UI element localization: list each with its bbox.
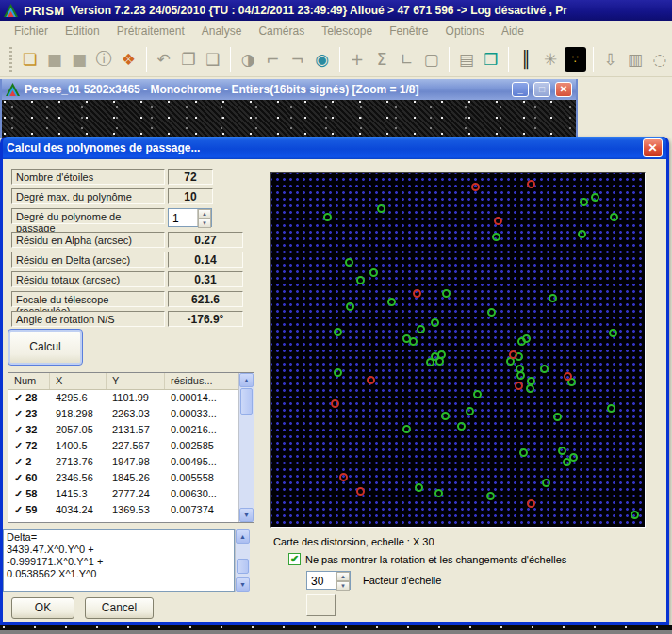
spin-down-icon[interactable]: ▼: [198, 219, 211, 228]
column-header-rsidus[interactable]: résidus...: [165, 373, 238, 389]
blank-button-1-icon[interactable]: ■: [44, 47, 65, 72]
image-stack-icon[interactable]: ❒: [481, 47, 501, 72]
delta-scrollbar[interactable]: ▲ ▼: [235, 529, 250, 592]
magnifier-partial-icon[interactable]: ◌: [649, 47, 670, 72]
flag-left-icon[interactable]: ⌐: [262, 47, 283, 72]
star-marker-green: [553, 413, 562, 421]
paste-icon[interactable]: ❑: [203, 47, 223, 72]
spin-up-icon[interactable]: ▲: [336, 572, 350, 581]
image-pixels[interactable]: [2, 100, 576, 138]
field-label: Angle de rotation N/S: [11, 311, 165, 327]
table-scroll-track[interactable]: [239, 387, 254, 508]
check-icon: ✓: [14, 392, 23, 403]
scale-factor-value[interactable]: 30: [307, 572, 336, 589]
delta-scroll-down-icon[interactable]: ▼: [236, 577, 250, 592]
dialog-titlebar[interactable]: Calcul des polynomes de passage... ✕: [3, 137, 666, 159]
table-row[interactable]: ✓602346.561845.260.005558: [8, 470, 238, 486]
star-marker-red: [527, 180, 535, 188]
minimize-button[interactable]: _: [512, 82, 529, 97]
star-marker-green: [417, 325, 425, 333]
menu-item-caméras[interactable]: Caméras: [250, 23, 313, 40]
spin-down-icon[interactable]: ▼: [336, 581, 350, 591]
degree-spinner[interactable]: 1▲▼: [168, 208, 212, 227]
menu-item-aide[interactable]: Aide: [493, 23, 533, 40]
info-icon[interactable]: ⓘ: [93, 47, 114, 72]
star-marker-green: [609, 329, 617, 337]
star-map-icon[interactable]: ∵: [565, 47, 585, 72]
table-scrollbar[interactable]: ▲ ▼: [238, 373, 254, 522]
table-row[interactable]: ✓322057.052131.570.00216...: [8, 422, 238, 438]
delta-line: -0.999171.X^0.Y^1 +: [7, 556, 231, 568]
flag-right-icon[interactable]: ¬: [287, 47, 307, 72]
scroll-down-icon[interactable]: ▼: [239, 508, 254, 522]
ok-button[interactable]: OK: [11, 597, 74, 619]
menu-item-prétraitement[interactable]: Prétraitement: [108, 23, 193, 40]
star-table: NumXYrésidus... ✓284295.61101.990.00014.…: [8, 372, 254, 523]
dialog-close-button[interactable]: ✕: [643, 138, 663, 157]
image-window-titlebar[interactable]: Persee_01 5202x3465 - Monochrome - Entie…: [2, 79, 576, 100]
sigma-icon[interactable]: Σ: [371, 47, 392, 72]
save-export-icon[interactable]: ⇩: [600, 47, 621, 72]
star-marker-green: [563, 458, 571, 466]
delta-scroll-track[interactable]: [236, 544, 250, 577]
app-window-icon[interactable]: ❖: [118, 47, 139, 72]
blank-button[interactable]: [306, 594, 336, 616]
spin-up-icon[interactable]: ▲: [198, 209, 211, 219]
cancel-button[interactable]: Cancel: [85, 597, 154, 619]
column-header-X[interactable]: X: [50, 373, 107, 389]
distortion-map[interactable]: [270, 172, 646, 528]
columns-icon[interactable]: ▥: [625, 47, 646, 72]
menu-item-fichier[interactable]: Fichier: [6, 23, 57, 40]
scale-factor-spinner[interactable]: 30 ▲ ▼: [306, 571, 351, 590]
histogram-icon[interactable]: ║: [516, 47, 536, 72]
crosshair-icon[interactable]: +: [347, 47, 368, 72]
copy-icon[interactable]: ❐: [178, 47, 199, 72]
menu-item-analyse[interactable]: Analyse: [193, 23, 251, 40]
delta-scroll-thumb[interactable]: [237, 559, 249, 574]
table-row[interactable]: ✓581415.32777.240.00630...: [8, 486, 238, 502]
degree-value[interactable]: 1: [169, 209, 197, 226]
table-row[interactable]: ✓23918.2982263.030.00033...: [8, 406, 238, 422]
table-row[interactable]: ✓721400.5227.5670.002585: [8, 438, 238, 454]
dialog-window: Calcul des polynomes de passage... ✕ Nom…: [0, 137, 669, 625]
blank-button-2-icon[interactable]: ■: [69, 47, 90, 72]
prism-logo-icon: [4, 4, 18, 17]
zoom-search-icon[interactable]: ◉: [312, 47, 333, 72]
scroll-up-icon[interactable]: ▲: [239, 373, 254, 387]
star-marker-red: [471, 183, 480, 191]
star-table-body[interactable]: NumXYrésidus... ✓284295.61101.990.00014.…: [8, 373, 238, 522]
curve-fit-icon[interactable]: ∟: [396, 47, 417, 72]
clipboard-icon[interactable]: ▤: [456, 47, 477, 72]
table-row[interactable]: ✓594034.241369.530.007374: [8, 502, 238, 518]
hide-rotation-checkbox[interactable]: ✔: [288, 553, 301, 565]
star-marker-green: [334, 328, 342, 336]
star-marker-red: [515, 382, 523, 390]
undo-icon[interactable]: ↶: [154, 47, 174, 72]
column-header-Num[interactable]: Num: [8, 373, 50, 389]
table-row[interactable]: ✓284295.61101.990.00014...: [8, 390, 238, 406]
menu-item-telescope[interactable]: Telescope: [313, 23, 381, 40]
star-marker-red: [527, 499, 535, 508]
field-label: Degré du polynome de passage: [11, 208, 165, 224]
check-icon: ✓: [14, 456, 23, 467]
contrast-icon[interactable]: ◑: [238, 47, 258, 72]
delta-textarea[interactable]: Delta=3439.47.X^0.Y^0 +-0.999171.X^0.Y^1…: [3, 529, 235, 592]
calcul-button[interactable]: Calcul: [8, 329, 83, 366]
maximize-button[interactable]: □: [533, 82, 550, 97]
star-table-header[interactable]: NumXYrésidus...: [8, 373, 238, 390]
delta-scroll-up-icon[interactable]: ▲: [236, 529, 250, 544]
table-row[interactable]: ✓22713.761947.980.00495...: [8, 454, 238, 470]
select-rect-icon[interactable]: ▢: [420, 47, 441, 72]
open-file-icon[interactable]: ❏: [20, 47, 41, 72]
menu-item-edition[interactable]: Edition: [57, 23, 108, 40]
table-scroll-thumb[interactable]: [240, 388, 253, 415]
star-marker-green: [345, 258, 353, 267]
star-marker-green: [431, 318, 439, 327]
menu-item-fenêtre[interactable]: Fenêtre: [381, 23, 436, 40]
column-header-Y[interactable]: Y: [107, 373, 165, 389]
star-marker-green: [377, 204, 385, 213]
window-close-button[interactable]: ✕: [555, 82, 572, 97]
app-titlebar: PRiSM Version 7.2.23 24/05/2010 {TU : 04…: [0, 0, 672, 21]
menu-item-options[interactable]: Options: [437, 23, 493, 40]
star-tree-icon[interactable]: ✳: [540, 47, 561, 72]
